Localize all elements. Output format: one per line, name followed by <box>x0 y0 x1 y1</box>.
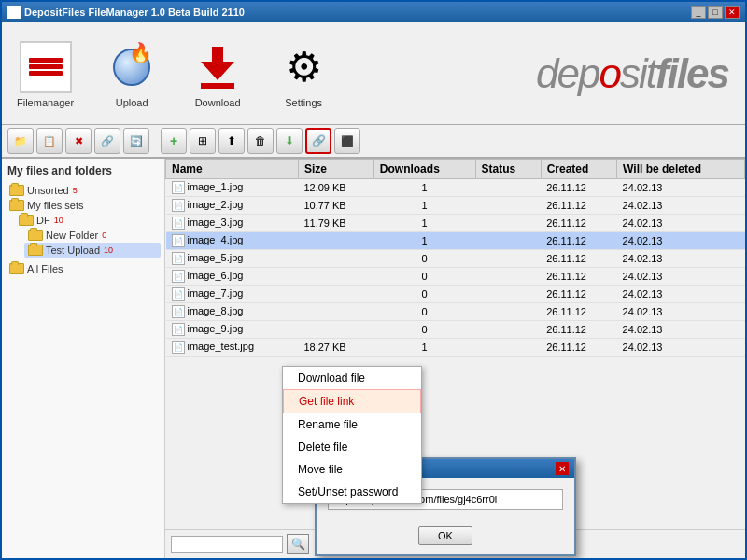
table-row[interactable]: 📄image_5.jpg 0 26.11.12 24.02.13 <box>166 250 745 268</box>
dialog-footer: OK <box>317 526 574 554</box>
table-row[interactable]: 📄image_6.jpg 0 26.11.12 24.02.13 <box>166 268 745 286</box>
cell-created: 26.11.12 <box>541 197 616 215</box>
ctx-download-file[interactable]: Download file <box>283 367 421 389</box>
copy-btn[interactable]: 📋 <box>36 128 63 154</box>
sidebar-item-myfiles[interactable]: My files sets <box>6 198 161 213</box>
get-link-btn[interactable]: 🔗 <box>305 128 331 154</box>
sidebar-item-unsorted[interactable]: Unsorted 5 <box>6 183 161 198</box>
ctx-set-password[interactable]: Set/Unset password <box>283 481 421 503</box>
table-row[interactable]: 📄image_9.jpg 0 26.11.12 24.02.13 <box>166 321 745 339</box>
cell-deleted: 24.02.13 <box>617 303 745 321</box>
filemanager-icon <box>20 41 72 93</box>
delete-btn[interactable]: ✖ <box>65 128 92 154</box>
upload2-btn[interactable]: ⬆ <box>218 128 245 154</box>
cell-deleted: 24.02.13 <box>617 339 745 357</box>
cell-created: 26.11.12 <box>541 268 616 286</box>
cell-size: 12.09 KB <box>298 179 374 197</box>
table-row[interactable]: 📄image_7.jpg 0 26.11.12 24.02.13 <box>166 286 745 303</box>
settings-icon-wrap: ⚙ <box>275 39 331 95</box>
cell-created: 26.11.12 <box>541 303 616 321</box>
refresh-btn[interactable]: 🔄 <box>123 128 149 154</box>
cell-created: 26.11.12 <box>541 286 616 303</box>
upload-icon-wrap: 🔥 <box>104 39 160 95</box>
title-bar: F DepositFiles FileManager 1.0 Beta Buil… <box>2 2 745 22</box>
sidebar-label-allfiles: All Files <box>27 263 63 274</box>
filemanager-button[interactable]: Filemanager <box>9 35 81 112</box>
ctx-move-file[interactable]: Move file <box>283 458 421 481</box>
cell-downloads: 0 <box>374 250 475 268</box>
new-folder-btn[interactable]: 📁 <box>7 128 34 154</box>
col-size[interactable]: Size <box>298 160 374 179</box>
table-row[interactable]: 📄image_3.jpg 11.79 KB 1 26.11.12 24.02.1… <box>166 215 745 232</box>
sidebar-label-testupload: Test Upload <box>46 245 100 256</box>
cell-name: 📄image_7.jpg <box>166 286 299 303</box>
folder-icon-testupload <box>28 245 43 256</box>
delete2-btn[interactable]: 🗑 <box>247 128 274 154</box>
add-file-btn[interactable]: + <box>161 128 187 154</box>
ctx-rename-file[interactable]: Rename file <box>283 413 421 436</box>
window-title: DepositFiles FileManager 1.0 Beta Build … <box>24 7 245 18</box>
extra-btn[interactable]: ⬛ <box>334 128 360 154</box>
col-status[interactable]: Status <box>475 160 541 179</box>
cell-size <box>298 286 374 303</box>
col-deleted[interactable]: Will be deleted <box>617 160 745 179</box>
upload-button[interactable]: 🔥 Upload <box>96 35 167 112</box>
table-row[interactable]: 📄image_8.jpg 0 26.11.12 24.02.13 <box>166 303 745 321</box>
folder-icon-df <box>19 215 34 226</box>
maximize-button[interactable]: □ <box>708 6 723 19</box>
cell-created: 26.11.12 <box>541 215 616 232</box>
cell-status <box>475 303 541 321</box>
cell-created: 26.11.12 <box>541 321 616 339</box>
col-created[interactable]: Created <box>541 160 616 179</box>
search-input[interactable] <box>171 536 283 553</box>
download2-btn[interactable]: ⬇ <box>276 128 303 154</box>
minimize-button[interactable]: _ <box>691 6 706 19</box>
context-menu: Download file Get file link Rename file … <box>282 366 422 504</box>
cell-downloads: 0 <box>374 268 475 286</box>
table-row[interactable]: 📄image_1.jpg 12.09 KB 1 26.11.12 24.02.1… <box>166 179 745 197</box>
sidebar-label-newfolder: New Folder <box>46 230 98 241</box>
cell-status <box>475 321 541 339</box>
table-row[interactable]: 📄image_2.jpg 10.77 KB 1 26.11.12 24.02.1… <box>166 197 745 215</box>
cell-downloads: 1 <box>374 215 475 232</box>
sidebar-item-df[interactable]: DF 10 <box>15 213 161 228</box>
sidebar-label-unsorted: Unsorted <box>27 185 69 196</box>
download-label: Download <box>195 97 241 108</box>
cell-created: 26.11.12 <box>541 179 616 197</box>
svg-rect-1 <box>201 83 234 89</box>
link-btn[interactable]: 🔗 <box>94 128 120 154</box>
table-row[interactable]: 📄image_4.jpg 1 26.11.12 24.02.13 <box>166 232 745 250</box>
file-icon: 📄 <box>172 305 185 318</box>
settings-button[interactable]: ⚙ Settings <box>268 35 339 112</box>
file-icon: 📄 <box>172 217 185 230</box>
upload-label: Upload <box>116 97 148 108</box>
cell-status <box>475 250 541 268</box>
logo: depositfiles <box>536 50 728 97</box>
folder-icon-unsorted <box>9 185 24 196</box>
sidebar-item-allfiles[interactable]: All Files <box>6 261 161 276</box>
file-area: Name Size Downloads Status Created Will … <box>165 159 745 558</box>
search-button[interactable]: 🔍 <box>287 534 309 554</box>
cell-downloads: 1 <box>374 197 475 215</box>
ctx-delete-file[interactable]: Delete file <box>283 436 421 458</box>
window-controls: _ □ ✕ <box>691 6 740 19</box>
cell-name: 📄image_1.jpg <box>166 179 299 197</box>
file-icon: 📄 <box>172 199 185 212</box>
dialog-ok-button[interactable]: OK <box>418 526 472 545</box>
sidebar-item-newfolder[interactable]: New Folder 0 <box>24 228 161 243</box>
dialog-close-button[interactable]: ✕ <box>556 462 569 475</box>
add2-btn[interactable]: ⊞ <box>190 128 216 154</box>
cell-name: 📄image_6.jpg <box>166 268 299 286</box>
close-button[interactable]: ✕ <box>725 6 740 19</box>
download-icon-wrap <box>190 39 246 95</box>
sidebar-item-testupload[interactable]: Test Upload 10 <box>24 243 161 258</box>
app-icon: F <box>7 6 21 19</box>
table-row[interactable]: 📄image_test.jpg 18.27 KB 1 26.11.12 24.0… <box>166 339 745 357</box>
download-button[interactable]: Download <box>182 35 253 112</box>
col-name[interactable]: Name <box>166 160 299 179</box>
upload-icon: 🔥 <box>106 41 158 93</box>
col-downloads[interactable]: Downloads <box>374 160 475 179</box>
sidebar-badge-newfolder: 0 <box>102 231 106 240</box>
ctx-get-file-link[interactable]: Get file link <box>283 389 421 413</box>
cell-created: 26.11.12 <box>541 232 616 250</box>
